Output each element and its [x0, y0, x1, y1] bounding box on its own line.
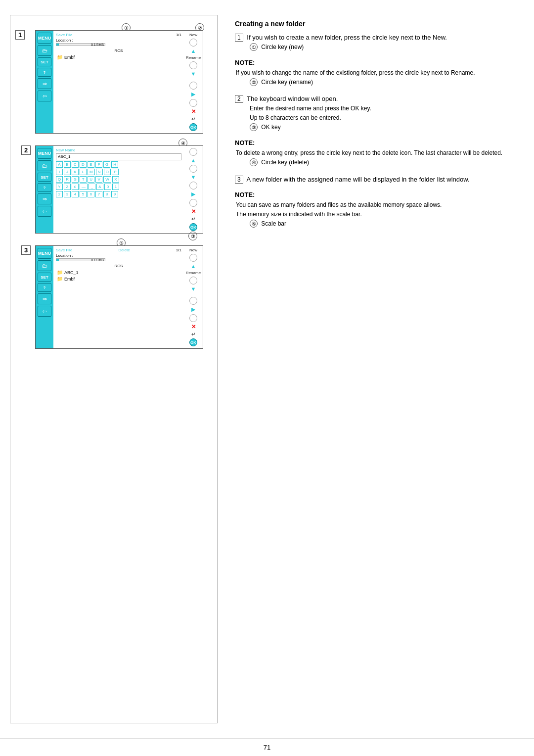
help-btn2[interactable]: ? — [38, 183, 51, 192]
down-arrow-s3[interactable]: ▼ — [191, 286, 196, 292]
help-btn3[interactable]: ? — [38, 283, 51, 292]
down-arrow[interactable]: ▼ — [191, 71, 196, 77]
key-V[interactable]: V — [95, 176, 102, 183]
step1-sub1: ① Circle key (new) — [250, 43, 517, 52]
ok-btn-s2[interactable]: OK — [189, 223, 197, 231]
back-btn3[interactable]: ⇦ — [38, 306, 51, 317]
circle-btn-4[interactable] — [189, 99, 197, 107]
key-ue[interactable]: ü — [72, 184, 79, 190]
circle-btn-3[interactable] — [189, 82, 197, 90]
key-4[interactable]: 4 — [72, 191, 79, 197]
key-dash[interactable]: — — [80, 184, 88, 190]
key-8[interactable]: 8 — [103, 191, 110, 197]
key-6[interactable]: 6 — [88, 191, 94, 197]
key-P[interactable]: P — [112, 169, 119, 175]
key-underscore[interactable]: _ — [89, 184, 95, 190]
key-7[interactable]: 7 — [95, 191, 102, 197]
circle-btn-s2-3[interactable] — [189, 182, 197, 189]
folder-embf: 📁 Embf — [56, 54, 181, 60]
key-L[interactable]: L — [80, 169, 87, 175]
new-btn-s3[interactable] — [189, 254, 197, 262]
right-arrow[interactable]: ▶ — [191, 91, 195, 97]
folder-btn3[interactable]: 🗁 — [38, 260, 51, 271]
key-D[interactable]: D — [80, 161, 87, 168]
screen1-wrap: ① ② MENU 🗁 SET ? ⇒ ⇦ — [35, 30, 202, 134]
menu-btn2[interactable]: MENU — [38, 148, 51, 159]
x-icon-s3[interactable]: ✕ — [191, 324, 196, 330]
key-O[interactable]: O — [104, 169, 111, 175]
rename-circle-btn[interactable] — [189, 61, 197, 69]
set-btn[interactable]: SET — [38, 57, 51, 66]
new-circle-btn[interactable] — [189, 39, 197, 47]
note1-text: If you wish to change the name of the ex… — [236, 68, 517, 78]
key-2[interactable]: 2 — [56, 191, 63, 197]
set-btn2[interactable]: SET — [38, 173, 51, 182]
circle-btn-s3-4[interactable] — [189, 314, 197, 322]
key-0[interactable]: 0 — [104, 184, 111, 190]
up-arrow-s2[interactable]: ▲ — [191, 157, 196, 163]
key-Y[interactable]: Y — [56, 184, 63, 190]
key-T[interactable]: T — [80, 176, 87, 183]
menu-btn[interactable]: MENU — [38, 33, 51, 44]
ok-btn-s3[interactable]: OK — [189, 338, 197, 346]
right-arrow-s3[interactable]: ▶ — [191, 306, 195, 313]
arrow-btn3[interactable]: ⇒ — [38, 293, 51, 304]
x-icon-s2[interactable]: ✕ — [191, 208, 196, 215]
menu-btn3[interactable]: MENU — [38, 248, 51, 259]
up-arrow-s3[interactable]: ▲ — [191, 263, 196, 269]
key-S[interactable]: S — [72, 176, 79, 183]
key-U[interactable]: U — [88, 176, 94, 183]
key-E[interactable]: E — [88, 161, 94, 168]
screen2-right-btns: ▲ ▼ ▶ ✕ ↵ OK — [184, 146, 203, 233]
key-M[interactable]: M — [88, 169, 95, 175]
key-X[interactable]: X — [112, 176, 119, 183]
circle-btn-s2-4[interactable] — [189, 199, 197, 207]
key-B[interactable]: B — [64, 161, 71, 168]
ok-btn[interactable]: OK — [189, 123, 197, 131]
note3-text2: The memory size is indicated with the sc… — [236, 210, 517, 219]
key-J[interactable]: J — [64, 169, 71, 175]
rename-btn-s3[interactable] — [189, 277, 197, 284]
screen3: MENU 🗁 SET ? ⇒ ⇦ Save File Delete 1/1 — [35, 245, 203, 349]
key-C[interactable]: C — [72, 161, 79, 168]
folder-btn[interactable]: 🗁 — [38, 45, 51, 56]
key-amp[interactable]: & — [96, 184, 103, 190]
key-3[interactable]: 3 — [64, 191, 71, 197]
back-btn2[interactable]: ⇦ — [38, 206, 51, 217]
key-G[interactable]: G — [103, 161, 110, 168]
set-btn3[interactable]: SET — [38, 273, 51, 282]
key-I[interactable]: I — [56, 169, 63, 175]
key-N[interactable]: N — [96, 169, 103, 175]
circle-btn-s2-1[interactable] — [189, 148, 197, 156]
kb-input[interactable]: ABC_1 — [56, 153, 181, 160]
key-H[interactable]: H — [111, 161, 118, 168]
circle-btn-s3-3[interactable] — [189, 297, 197, 305]
folder-btn2[interactable]: 🗁 — [38, 160, 51, 171]
screen1-main: Save File 1/1 Location : 0.1/3MB — [53, 31, 184, 133]
key-K[interactable]: K — [72, 169, 79, 175]
step2-block: 2 The keyboard window will open. Enter t… — [235, 94, 517, 132]
key-A[interactable]: A — [56, 161, 63, 168]
circle-1: ① — [250, 43, 258, 51]
key-F[interactable]: F — [95, 161, 102, 168]
key-W[interactable]: W — [103, 176, 111, 183]
key-1[interactable]: 1 — [112, 184, 119, 190]
circle-btn-s2-2[interactable] — [189, 165, 197, 173]
x-icon[interactable]: ✕ — [191, 108, 196, 115]
key-5[interactable]: 5 — [80, 191, 87, 197]
key-9[interactable]: 9 — [111, 191, 118, 197]
sub2-text: Circle key (rename) — [261, 79, 313, 86]
key-Z[interactable]: Z — [64, 184, 71, 190]
help-btn[interactable]: ? — [38, 68, 51, 77]
up-arrow[interactable]: ▲ — [191, 48, 196, 54]
down-arrow-s2[interactable]: ▼ — [191, 174, 196, 180]
arrow-btn2[interactable]: ⇒ — [38, 193, 51, 204]
key-R[interactable]: R — [64, 176, 71, 183]
folder-embf-s3: 📁 Embf — [56, 276, 181, 282]
step3-num: 3 — [235, 176, 243, 184]
right-arrow-s2[interactable]: ▶ — [191, 191, 195, 197]
location-label: Location : — [56, 38, 181, 43]
key-Q[interactable]: Q — [56, 176, 63, 183]
back-btn[interactable]: ⇦ — [38, 91, 51, 101]
arrow-btn[interactable]: ⇒ — [38, 78, 51, 89]
